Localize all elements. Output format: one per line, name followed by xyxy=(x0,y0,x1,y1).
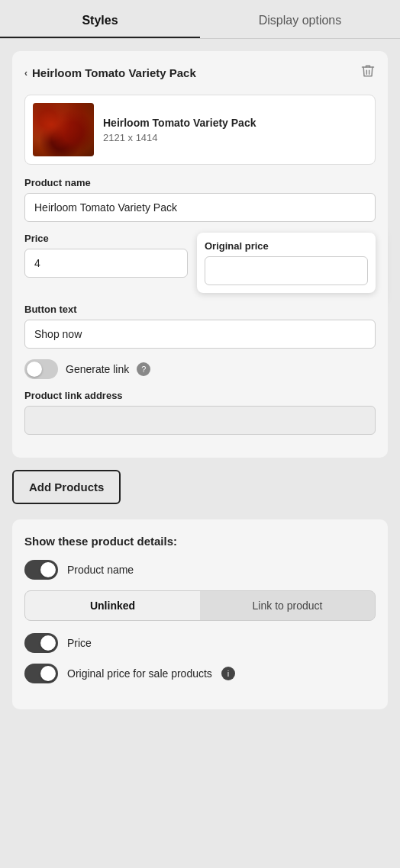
add-products-button[interactable]: Add Products xyxy=(12,470,121,504)
detail-product-name-row: Product name xyxy=(24,560,376,580)
detail-original-price-label: Original price for sale products xyxy=(67,667,212,680)
product-name-toggle[interactable] xyxy=(24,560,58,580)
product-name-input[interactable] xyxy=(24,193,376,222)
product-link-input[interactable] xyxy=(24,406,376,435)
generate-link-toggle[interactable] xyxy=(24,359,58,379)
product-title-row: ‹ Heirloom Tomato Variety Pack xyxy=(24,66,196,79)
product-name-field: Product name xyxy=(24,177,376,222)
detail-original-price-row: Original price for sale products i xyxy=(24,664,376,683)
tab-styles[interactable]: Styles xyxy=(0,0,200,38)
button-text-label: Button text xyxy=(24,304,376,315)
button-text-input[interactable] xyxy=(24,320,376,349)
price-input[interactable] xyxy=(24,249,188,278)
tab-bar: Styles Display options xyxy=(0,0,400,39)
product-link-field: Product link address xyxy=(24,390,376,435)
generate-link-label: Generate link xyxy=(66,363,129,375)
price-row: Price Original price xyxy=(24,233,376,293)
help-icon[interactable]: ? xyxy=(137,362,150,376)
info-icon[interactable]: i xyxy=(221,667,235,680)
chevron-icon[interactable]: ‹ xyxy=(24,68,27,79)
detail-product-name-label: Product name xyxy=(67,564,134,576)
delete-product-icon[interactable] xyxy=(360,63,376,82)
price-field: Price xyxy=(24,233,188,293)
generate-link-row: Generate link ? xyxy=(24,359,376,379)
seg-btn-unlinked[interactable]: Unlinked xyxy=(25,591,200,620)
price-label: Price xyxy=(24,233,188,244)
detail-price-row: Price xyxy=(24,633,376,653)
product-name-label: Product name xyxy=(24,177,376,188)
original-price-input[interactable] xyxy=(205,256,368,285)
details-section: Show these product details: Product name… xyxy=(12,519,388,709)
image-dimensions: 2121 x 1414 xyxy=(103,132,367,143)
product-header: ‹ Heirloom Tomato Variety Pack xyxy=(24,63,376,82)
image-name: Heirloom Tomato Variety Pack xyxy=(103,117,367,129)
original-price-toggle[interactable] xyxy=(24,664,58,683)
original-price-label: Original price xyxy=(205,240,368,252)
product-link-label: Product link address xyxy=(24,390,376,401)
seg-btn-link-to-product[interactable]: Link to product xyxy=(200,591,375,620)
price-toggle[interactable] xyxy=(24,633,58,653)
tab-display-options[interactable]: Display options xyxy=(200,0,400,38)
original-price-field: Original price xyxy=(197,233,376,293)
detail-price-label: Price xyxy=(67,637,92,649)
image-info: Heirloom Tomato Variety Pack 2121 x 1414 xyxy=(103,117,367,143)
main-content: ‹ Heirloom Tomato Variety Pack Heirlo xyxy=(0,39,400,722)
product-title: Heirloom Tomato Variety Pack xyxy=(32,66,196,79)
image-preview: Heirloom Tomato Variety Pack 2121 x 1414 xyxy=(24,95,376,165)
product-thumbnail xyxy=(33,103,94,156)
product-card: ‹ Heirloom Tomato Variety Pack Heirlo xyxy=(12,51,388,458)
details-title: Show these product details: xyxy=(24,535,376,548)
button-text-field: Button text xyxy=(24,304,376,349)
link-segmented-control: Unlinked Link to product xyxy=(24,590,376,621)
